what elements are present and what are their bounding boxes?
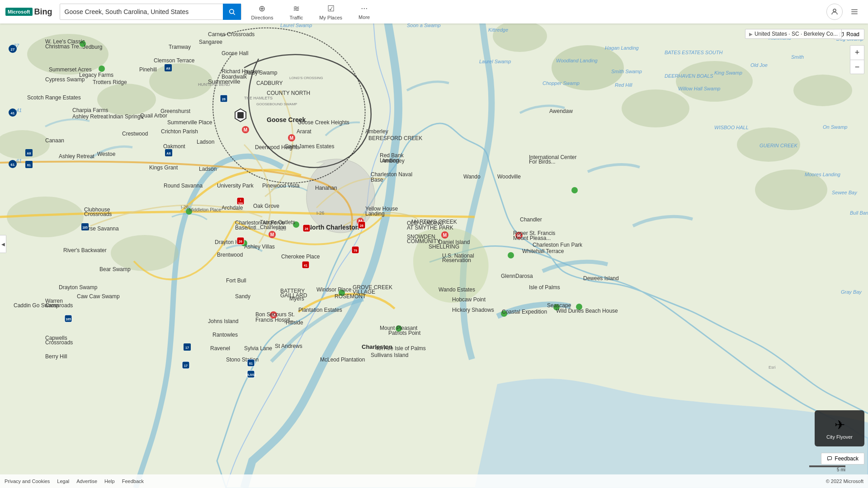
search-button[interactable] bbox=[223, 4, 241, 20]
location-pin[interactable] bbox=[235, 109, 246, 122]
search-form bbox=[60, 4, 241, 20]
airplane-icon: ✈ bbox=[835, 418, 845, 432]
svg-point-9 bbox=[793, 75, 852, 106]
svg-text:26: 26 bbox=[305, 227, 308, 230]
svg-point-7 bbox=[676, 61, 753, 102]
svg-point-38 bbox=[571, 187, 578, 193]
svg-point-4 bbox=[27, 34, 108, 75]
svg-text:61: 61 bbox=[11, 163, 15, 167]
svg-text:17: 17 bbox=[185, 346, 189, 349]
svg-text:61: 61 bbox=[249, 362, 253, 365]
svg-text:27: 27 bbox=[11, 47, 15, 52]
search-icon bbox=[228, 8, 236, 15]
more-icon: ··· bbox=[361, 4, 368, 13]
svg-point-2 bbox=[493, 20, 547, 52]
svg-text:Alt: Alt bbox=[166, 67, 170, 70]
traffic-label: Traffic bbox=[289, 15, 303, 20]
svg-text:526: 526 bbox=[238, 202, 243, 205]
svg-point-34 bbox=[293, 221, 299, 228]
map-type-label: Road bbox=[846, 31, 859, 38]
myplaces-icon: ☑ bbox=[327, 4, 335, 14]
city-flyover-label: City Flyover bbox=[826, 434, 853, 440]
zoom-in-button[interactable]: + bbox=[850, 45, 864, 60]
directions-icon: ⊕ bbox=[259, 4, 265, 14]
svg-line-250 bbox=[233, 13, 235, 15]
svg-point-30 bbox=[80, 41, 86, 47]
svg-point-251 bbox=[833, 9, 836, 12]
svg-point-5 bbox=[97, 84, 156, 115]
zoom-out-button[interactable]: − bbox=[850, 60, 864, 74]
svg-text:Alt: Alt bbox=[27, 152, 31, 155]
svg-point-10 bbox=[755, 169, 827, 210]
nav-more[interactable]: ··· More bbox=[352, 0, 376, 23]
svg-point-11 bbox=[111, 235, 179, 271]
feedback-button[interactable]: Feedback bbox=[821, 453, 864, 465]
privacy-link[interactable]: Privacy and Cookies bbox=[5, 479, 50, 484]
svg-text:Alt: Alt bbox=[166, 152, 171, 155]
feedback-icon bbox=[827, 456, 832, 461]
svg-point-3 bbox=[149, 63, 212, 99]
breadcrumb[interactable]: ▶ United States · SC · Berkeley Co... bbox=[745, 29, 842, 39]
user-icon bbox=[830, 8, 839, 16]
scale-bar: 5 mi bbox=[809, 465, 845, 472]
svg-text:M: M bbox=[517, 233, 521, 238]
svg-text:M: M bbox=[272, 313, 275, 318]
map-svg: M M M M M M M I-26 I-26 I-526 Goose Cree… bbox=[0, 0, 868, 488]
svg-point-39 bbox=[576, 304, 582, 310]
topbar: Microsoft Bing ⊕ Directions ≋ Traffic ☑ … bbox=[0, 0, 868, 23]
svg-rect-15 bbox=[237, 112, 244, 118]
svg-text:165: 165 bbox=[66, 318, 71, 321]
myplaces-label: My Places bbox=[319, 15, 342, 20]
svg-point-249 bbox=[229, 9, 233, 14]
feedback-footer-link[interactable]: Feedback bbox=[122, 479, 144, 484]
collapse-panel-button[interactable]: ◀ bbox=[0, 235, 6, 253]
user-account-button[interactable] bbox=[826, 4, 843, 20]
svg-point-1 bbox=[552, 45, 624, 90]
svg-text:41: 41 bbox=[11, 111, 15, 115]
svg-text:61: 61 bbox=[27, 164, 31, 167]
nav-myplaces[interactable]: ☑ My Places bbox=[313, 0, 349, 23]
bing-logo[interactable]: Microsoft Bing bbox=[5, 7, 52, 17]
bing-text: Bing bbox=[34, 7, 52, 17]
svg-text:26: 26 bbox=[239, 240, 242, 243]
more-label: More bbox=[359, 14, 370, 20]
svg-point-6 bbox=[622, 89, 689, 127]
scale-label-mi: 5 mi bbox=[837, 467, 845, 472]
zoom-controls: + − bbox=[850, 45, 864, 74]
directions-label: Directions bbox=[251, 15, 274, 20]
svg-text:M: M bbox=[244, 127, 247, 132]
svg-point-32 bbox=[186, 208, 192, 215]
nav-traffic[interactable]: ≋ Traffic bbox=[283, 0, 309, 23]
svg-point-31 bbox=[99, 66, 105, 72]
feedback-label: Feedback bbox=[835, 455, 859, 462]
svg-text:M: M bbox=[290, 136, 293, 141]
advertise-link[interactable]: Advertise bbox=[76, 479, 97, 484]
breadcrumb-text: United States · SC · Berkeley Co... bbox=[755, 31, 838, 37]
svg-point-41 bbox=[339, 290, 345, 296]
svg-text:26: 26 bbox=[360, 224, 363, 227]
bottombar: Privacy and Cookies Legal Advertise Help… bbox=[0, 474, 868, 488]
legal-link[interactable]: Legal bbox=[57, 479, 69, 484]
svg-text:79: 79 bbox=[354, 249, 357, 252]
svg-point-8 bbox=[737, 127, 800, 162]
traffic-icon: ≋ bbox=[293, 4, 300, 14]
search-input[interactable] bbox=[60, 8, 223, 15]
svg-text:185: 185 bbox=[82, 226, 88, 229]
map-container[interactable]: M M M M M M M I-26 I-26 I-526 Goose Cree… bbox=[0, 0, 868, 488]
svg-rect-256 bbox=[828, 457, 832, 460]
svg-text:26: 26 bbox=[222, 98, 226, 101]
svg-text:M: M bbox=[270, 232, 274, 237]
svg-text:17: 17 bbox=[184, 364, 188, 367]
menu-button[interactable] bbox=[846, 4, 863, 20]
svg-text:OLIVIA: OLIVIA bbox=[245, 373, 256, 376]
city-flyover-button[interactable]: ✈ City Flyover bbox=[815, 410, 864, 446]
microsoft-logo: Microsoft bbox=[5, 8, 33, 16]
svg-point-37 bbox=[396, 325, 402, 332]
nav-directions[interactable]: ⊕ Directions bbox=[245, 0, 280, 23]
help-link[interactable]: Help bbox=[104, 479, 115, 484]
breadcrumb-arrow: ▶ bbox=[749, 32, 753, 37]
svg-point-36 bbox=[501, 310, 507, 317]
svg-text:41: 41 bbox=[304, 264, 307, 267]
svg-point-40 bbox=[553, 304, 560, 310]
svg-point-35 bbox=[508, 252, 514, 258]
